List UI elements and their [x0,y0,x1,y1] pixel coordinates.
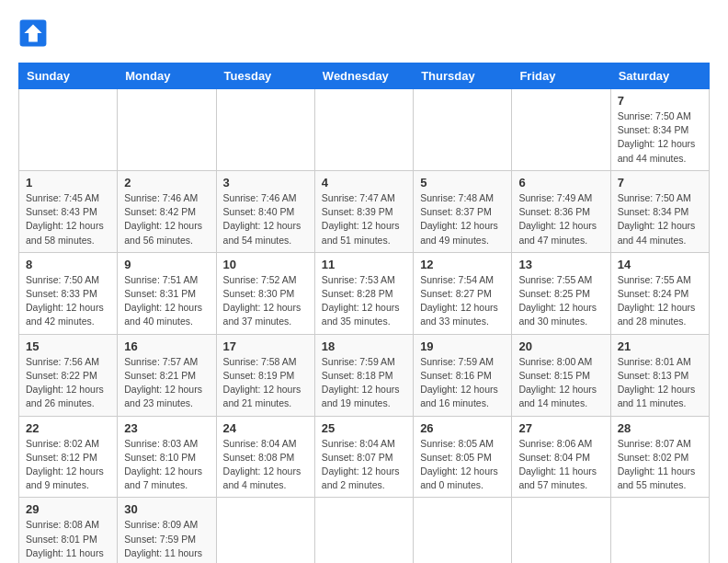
weekday-header: Monday [118,63,216,89]
day-info: Sunrise: 7:55 AMSunset: 8:25 PMDaylight:… [518,273,603,329]
weekday-header: Friday [512,63,610,89]
calendar-cell: 26 Sunrise: 8:05 AMSunset: 8:05 PMDaylig… [414,416,512,498]
day-number: 19 [420,339,505,353]
day-number: 3 [223,176,308,190]
day-number: 30 [124,502,209,516]
calendar-cell: 4 Sunrise: 7:47 AMSunset: 8:39 PMDayligh… [314,170,413,252]
day-number: 7 [618,176,702,190]
day-info: Sunrise: 8:05 AMSunset: 8:05 PMDaylight:… [420,437,505,493]
day-number: 7 [618,94,702,108]
day-info: Sunrise: 7:58 AMSunset: 8:19 PMDaylight:… [223,355,308,411]
day-info: Sunrise: 7:49 AMSunset: 8:36 PMDaylight:… [518,191,603,247]
calendar-cell: 21 Sunrise: 8:01 AMSunset: 8:13 PMDaylig… [610,334,709,416]
day-info: Sunrise: 7:53 AMSunset: 8:28 PMDaylight:… [322,273,406,329]
calendar-cell: 13 Sunrise: 7:55 AMSunset: 8:25 PMDaylig… [512,252,610,334]
day-info: Sunrise: 7:47 AMSunset: 8:39 PMDaylight:… [322,191,406,247]
day-info: Sunrise: 8:04 AMSunset: 8:08 PMDaylight:… [223,437,308,493]
day-number: 12 [420,258,505,271]
day-info: Sunrise: 7:56 AMSunset: 8:22 PMDaylight:… [26,355,110,411]
weekday-header-row: SundayMondayTuesdayWednesdayThursdayFrid… [19,63,710,89]
day-number: 5 [420,176,505,190]
calendar-week-row: 15 Sunrise: 7:56 AMSunset: 8:22 PMDaylig… [19,334,710,416]
day-info: Sunrise: 7:45 AMSunset: 8:43 PMDaylight:… [26,191,110,247]
calendar-cell: 18 Sunrise: 7:59 AMSunset: 8:18 PMDaylig… [314,334,413,416]
day-info: Sunrise: 8:08 AMSunset: 8:01 PMDaylight:… [26,518,110,563]
logo-icon [18,18,48,48]
weekday-header: Wednesday [314,63,413,89]
day-info: Sunrise: 7:48 AMSunset: 8:37 PMDaylight:… [420,191,505,247]
day-info: Sunrise: 8:07 AMSunset: 8:02 PMDaylight:… [618,437,702,493]
calendar-table: SundayMondayTuesdayWednesdayThursdayFrid… [18,63,710,563]
calendar-cell: 7 Sunrise: 7:50 AMSunset: 8:34 PMDayligh… [610,89,709,171]
day-info: Sunrise: 8:06 AMSunset: 8:04 PMDaylight:… [518,437,603,493]
calendar-cell: 27 Sunrise: 8:06 AMSunset: 8:04 PMDaylig… [512,416,610,498]
calendar-cell: 29 Sunrise: 8:08 AMSunset: 8:01 PMDaylig… [19,498,118,563]
day-info: Sunrise: 8:01 AMSunset: 8:13 PMDaylight:… [618,355,702,411]
day-info: Sunrise: 7:50 AMSunset: 8:34 PMDaylight:… [618,191,702,247]
calendar-cell: 8 Sunrise: 7:50 AMSunset: 8:33 PMDayligh… [19,252,118,334]
calendar-cell: 17 Sunrise: 7:58 AMSunset: 8:19 PMDaylig… [216,334,314,416]
calendar-cell [414,89,512,171]
day-number: 25 [322,421,406,435]
day-number: 27 [518,421,603,435]
calendar-cell: 24 Sunrise: 8:04 AMSunset: 8:08 PMDaylig… [216,416,314,498]
day-number: 2 [124,176,209,190]
calendar-cell: 5 Sunrise: 7:48 AMSunset: 8:37 PMDayligh… [414,170,512,252]
calendar-cell: 30 Sunrise: 8:09 AMSunset: 7:59 PMDaylig… [118,498,216,563]
day-number: 15 [26,339,110,353]
calendar-cell: 25 Sunrise: 8:04 AMSunset: 8:07 PMDaylig… [314,416,413,498]
day-number: 1 [26,176,110,190]
calendar-cell: 20 Sunrise: 8:00 AMSunset: 8:15 PMDaylig… [512,334,610,416]
calendar-cell: 2 Sunrise: 7:46 AMSunset: 8:42 PMDayligh… [118,170,216,252]
calendar-cell [314,89,413,171]
day-info: Sunrise: 7:59 AMSunset: 8:18 PMDaylight:… [322,355,406,411]
calendar-cell [512,498,610,563]
day-number: 9 [124,258,209,271]
day-number: 13 [518,258,603,271]
day-number: 28 [618,421,702,435]
calendar-cell: 28 Sunrise: 8:07 AMSunset: 8:02 PMDaylig… [610,416,709,498]
calendar-cell: 9 Sunrise: 7:51 AMSunset: 8:31 PMDayligh… [118,252,216,334]
day-number: 18 [322,339,406,353]
day-number: 16 [124,339,209,353]
calendar-cell [610,498,709,563]
day-number: 11 [322,258,406,271]
day-number: 10 [223,258,308,271]
day-info: Sunrise: 8:02 AMSunset: 8:12 PMDaylight:… [26,437,110,493]
calendar-week-row: 1 Sunrise: 7:45 AMSunset: 8:43 PMDayligh… [19,170,710,252]
calendar-cell: 16 Sunrise: 7:57 AMSunset: 8:21 PMDaylig… [118,334,216,416]
calendar-cell: 12 Sunrise: 7:54 AMSunset: 8:27 PMDaylig… [414,252,512,334]
day-info: Sunrise: 8:00 AMSunset: 8:15 PMDaylight:… [518,355,603,411]
calendar-cell: 6 Sunrise: 7:49 AMSunset: 8:36 PMDayligh… [512,170,610,252]
day-info: Sunrise: 8:09 AMSunset: 7:59 PMDaylight:… [124,518,209,563]
weekday-header: Sunday [19,63,118,89]
day-info: Sunrise: 7:50 AMSunset: 8:34 PMDaylight:… [618,109,702,166]
calendar-week-row: 22 Sunrise: 8:02 AMSunset: 8:12 PMDaylig… [19,416,710,498]
page-header [18,18,710,48]
day-info: Sunrise: 7:51 AMSunset: 8:31 PMDaylight:… [124,273,209,329]
day-number: 17 [223,339,308,353]
weekday-header: Tuesday [216,63,314,89]
calendar-cell: 7 Sunrise: 7:50 AMSunset: 8:34 PMDayligh… [610,170,709,252]
calendar-cell: 15 Sunrise: 7:56 AMSunset: 8:22 PMDaylig… [19,334,118,416]
calendar-cell [118,89,216,171]
calendar-week-row: 7 Sunrise: 7:50 AMSunset: 8:34 PMDayligh… [19,89,710,171]
day-number: 23 [124,421,209,435]
calendar-cell [216,89,314,171]
calendar-cell [414,498,512,563]
day-number: 22 [26,421,110,435]
calendar-week-row: 29 Sunrise: 8:08 AMSunset: 8:01 PMDaylig… [19,498,710,563]
day-number: 20 [518,339,603,353]
day-number: 8 [26,258,110,271]
day-info: Sunrise: 7:54 AMSunset: 8:27 PMDaylight:… [420,273,505,329]
calendar-cell [216,498,314,563]
calendar-cell: 19 Sunrise: 7:59 AMSunset: 8:16 PMDaylig… [414,334,512,416]
day-number: 4 [322,176,406,190]
calendar-cell [512,89,610,171]
calendar-cell: 11 Sunrise: 7:53 AMSunset: 8:28 PMDaylig… [314,252,413,334]
day-info: Sunrise: 7:46 AMSunset: 8:40 PMDaylight:… [223,191,308,247]
day-info: Sunrise: 7:55 AMSunset: 8:24 PMDaylight:… [618,273,702,329]
calendar-cell: 14 Sunrise: 7:55 AMSunset: 8:24 PMDaylig… [610,252,709,334]
calendar-cell: 22 Sunrise: 8:02 AMSunset: 8:12 PMDaylig… [19,416,118,498]
day-number: 6 [518,176,603,190]
